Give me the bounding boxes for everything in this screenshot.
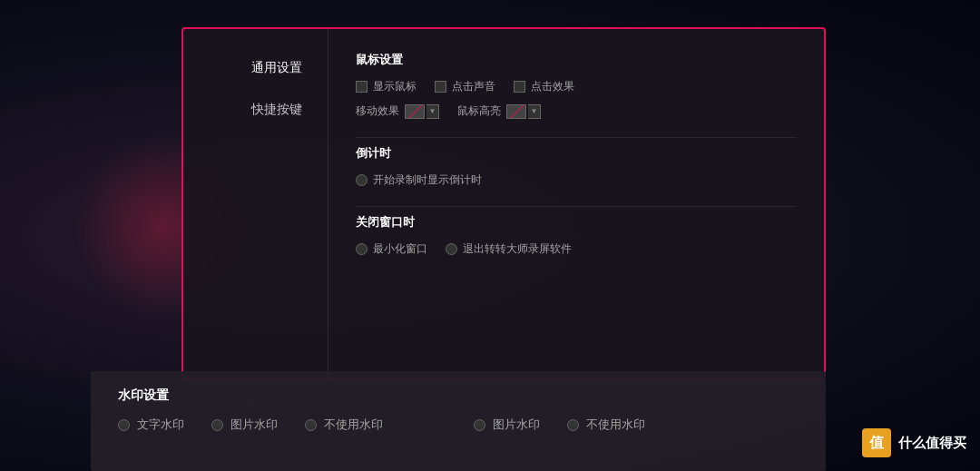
divider-2	[356, 206, 797, 207]
no-watermark-option[interactable]: 不使用水印	[305, 417, 383, 433]
watermark-title: 水印设置	[118, 388, 799, 404]
main-settings-panel: 通用设置 快捷按键 鼠标设置 显示鼠标 点击声音 点击效果	[181, 27, 826, 380]
settings-sidebar: 通用设置 快捷按键	[183, 29, 328, 378]
click-sound-checkbox[interactable]	[435, 81, 446, 93]
no-watermark-option-2[interactable]: 不使用水印	[567, 417, 645, 433]
highlight-toggle[interactable]: ▼	[506, 104, 541, 119]
brand-badge: 值	[862, 428, 891, 457]
click-sound-option[interactable]: 点击声音	[435, 79, 495, 94]
watermark-panel: 水印设置 文字水印 图片水印 不使用水印 图片水印 不使用水印	[91, 371, 826, 471]
show-countdown-option[interactable]: 开始录制时显示倒计时	[356, 172, 482, 188]
brand-text: 什么值得买	[898, 435, 966, 452]
image-watermark-option-2[interactable]: 图片水印	[474, 417, 540, 433]
image-watermark-radio-2[interactable]	[474, 419, 485, 431]
show-countdown-radio[interactable]	[356, 174, 368, 186]
show-cursor-checkbox[interactable]	[356, 81, 368, 93]
exit-radio[interactable]	[446, 243, 457, 255]
brand-area: 值 什么值得买	[862, 428, 966, 457]
mouse-settings-section: 鼠标设置 显示鼠标 点击声音 点击效果 移动效果	[356, 52, 797, 119]
close-window-options-row: 最小化窗口 退出转转大师录屏软件	[356, 241, 797, 257]
mouse-options-row: 显示鼠标 点击声音 点击效果	[356, 79, 797, 94]
countdown-title: 倒计时	[356, 145, 797, 162]
image-watermark-option[interactable]: 图片水印	[211, 417, 278, 433]
mouse-toggle-row: 移动效果 ▼ 鼠标高亮 ▼	[356, 103, 797, 119]
sidebar-item-shortcuts[interactable]: 快捷按键	[244, 98, 309, 122]
move-effect-arrow[interactable]: ▼	[426, 104, 439, 119]
move-effect-icon	[405, 104, 425, 119]
text-watermark-radio[interactable]	[118, 419, 130, 431]
click-effect-option[interactable]: 点击效果	[514, 79, 574, 94]
settings-content: 鼠标设置 显示鼠标 点击声音 点击效果 移动效果	[328, 29, 824, 378]
move-effect-toggle[interactable]: ▼	[405, 104, 439, 119]
countdown-options-row: 开始录制时显示倒计时	[356, 172, 797, 188]
no-watermark-radio[interactable]	[305, 419, 317, 431]
show-cursor-option[interactable]: 显示鼠标	[356, 79, 416, 94]
divider-1	[356, 137, 797, 138]
highlight-option: 鼠标高亮 ▼	[457, 103, 541, 119]
minimize-radio[interactable]	[356, 243, 368, 255]
exit-option[interactable]: 退出转转大师录屏软件	[446, 241, 572, 257]
text-watermark-option[interactable]: 文字水印	[118, 417, 184, 433]
highlight-icon	[506, 104, 526, 119]
click-effect-checkbox[interactable]	[514, 81, 525, 93]
watermark-options-container: 文字水印 图片水印 不使用水印 图片水印 不使用水印	[118, 417, 799, 433]
highlight-arrow[interactable]: ▼	[528, 104, 541, 119]
close-window-title: 关闭窗口时	[356, 214, 797, 231]
no-watermark-radio-2[interactable]	[567, 419, 579, 431]
close-window-section: 关闭窗口时 最小化窗口 退出转转大师录屏软件	[356, 214, 797, 257]
countdown-section: 倒计时 开始录制时显示倒计时	[356, 145, 797, 188]
image-watermark-radio[interactable]	[211, 419, 223, 431]
mouse-settings-title: 鼠标设置	[356, 52, 797, 68]
minimize-option[interactable]: 最小化窗口	[356, 241, 427, 257]
move-effect-option: 移动效果 ▼	[356, 103, 439, 119]
sidebar-item-general[interactable]: 通用设置	[244, 56, 309, 80]
